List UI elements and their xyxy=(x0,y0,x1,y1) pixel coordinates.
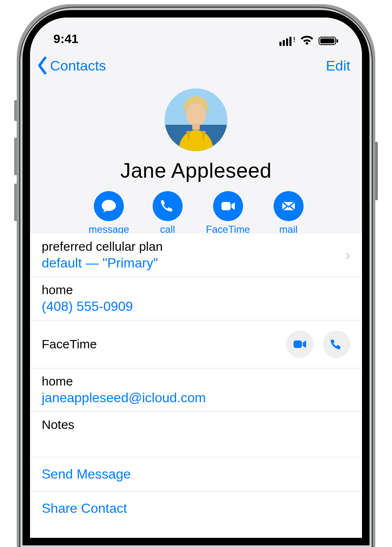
notes-label: Notes xyxy=(42,418,350,432)
contact-details-list: preferred cellular plan default — "Prima… xyxy=(30,234,362,525)
share-contact-label: Share Contact xyxy=(42,501,350,516)
svg-rect-3 xyxy=(289,37,291,46)
preferred-plan-label: preferred cellular plan xyxy=(42,239,350,254)
svg-point-10 xyxy=(186,103,206,126)
back-button[interactable]: Contacts xyxy=(37,57,106,74)
share-contact-row[interactable]: Share Contact xyxy=(30,492,362,525)
wifi-icon xyxy=(300,36,314,46)
facetime-audio-button[interactable] xyxy=(323,330,350,358)
edit-button[interactable]: Edit xyxy=(326,58,350,74)
chevron-left-icon xyxy=(37,57,48,74)
phone-label: home xyxy=(42,283,350,297)
facetime-video-button[interactable] xyxy=(286,330,314,358)
preferred-plan-row[interactable]: preferred cellular plan default — "Prima… xyxy=(30,234,362,277)
contact-name: Jane Appleseed xyxy=(121,159,272,183)
video-icon xyxy=(293,337,307,351)
svg-rect-7 xyxy=(337,39,338,43)
mail-button[interactable]: mail xyxy=(274,191,304,235)
message-icon xyxy=(101,198,117,214)
call-button[interactable]: call xyxy=(153,191,183,235)
svg-rect-1 xyxy=(283,40,285,46)
facetime-button[interactable]: FaceTime xyxy=(206,191,250,235)
svg-rect-2 xyxy=(286,38,288,46)
preferred-plan-value: default — "Primary" xyxy=(42,255,350,271)
device-frame: 9:41 ! xyxy=(17,4,375,547)
video-icon xyxy=(220,198,236,214)
email-label: home xyxy=(42,374,350,388)
nav-bar: Contacts Edit xyxy=(30,51,362,80)
email-value: janeappleseed@icloud.com xyxy=(42,390,350,406)
status-time: 9:41 xyxy=(53,32,78,46)
svg-rect-12 xyxy=(221,202,231,210)
phone-icon xyxy=(160,198,176,214)
svg-rect-0 xyxy=(279,42,281,46)
back-label: Contacts xyxy=(50,58,106,74)
chevron-right-icon: › xyxy=(345,247,350,264)
svg-rect-11 xyxy=(192,124,200,130)
send-message-label: Send Message xyxy=(42,466,350,482)
svg-text:!: ! xyxy=(293,36,295,43)
avatar-image xyxy=(165,88,227,151)
email-row[interactable]: home janeappleseed@icloud.com xyxy=(30,368,362,412)
svg-rect-14 xyxy=(294,340,302,348)
status-bar: 9:41 ! xyxy=(30,18,362,51)
contact-header: Jane Appleseed message xyxy=(30,80,362,247)
send-message-row[interactable]: Send Message xyxy=(30,457,362,492)
phone-icon xyxy=(329,337,344,351)
phone-row[interactable]: home (408) 555-0909 xyxy=(30,277,362,320)
facetime-row: FaceTime xyxy=(30,320,362,368)
battery-icon xyxy=(319,36,339,46)
message-button[interactable]: message xyxy=(88,191,129,235)
avatar[interactable] xyxy=(165,88,227,151)
phone-value: (408) 555-0909 xyxy=(42,299,350,314)
facetime-row-label: FaceTime xyxy=(42,337,97,351)
mail-icon xyxy=(281,198,297,214)
cellular-signal-icon: ! xyxy=(279,36,295,46)
svg-rect-6 xyxy=(320,38,334,43)
notes-row[interactable]: Notes xyxy=(30,411,362,457)
